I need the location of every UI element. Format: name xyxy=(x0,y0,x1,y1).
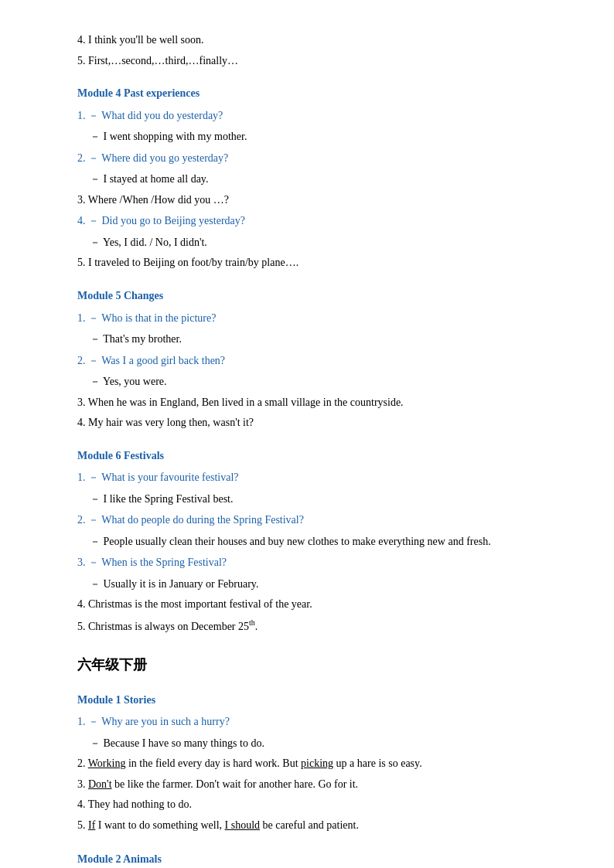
m1b-item1-a: － Because I have so many things to do. xyxy=(90,734,552,754)
m5-item2-q: 2. － Was I a good girl back then? xyxy=(77,351,552,371)
chinese-grade-title: 六年级下册 xyxy=(77,653,552,677)
m1b-item4: 4. They had nothing to do. xyxy=(77,795,552,815)
m4-item4-a: － Yes, I did. / No, I didn't. xyxy=(90,233,552,253)
m6-item3-q: 3. － When is the Spring Festival? xyxy=(77,553,552,573)
module1b-title: Module 1 Stories xyxy=(77,691,552,710)
m5-item4: 4. My hair was very long then, wasn't it… xyxy=(77,414,552,433)
m6-item1-q: 1. － What is your favourite festival? xyxy=(77,468,552,488)
line-4: 4. I think you'll be well soon. xyxy=(77,31,552,50)
main-content: 4. I think you'll be well soon. 5. First… xyxy=(77,31,552,868)
m4-item4-q: 4. － Did you go to Beijing yesterday? xyxy=(77,211,552,231)
module5-title: Module 5 Changes xyxy=(77,287,552,305)
m5-item1-q: 1. － Who is that in the picture? xyxy=(77,308,552,328)
m1b-item3: 3. Don't be like the farmer. Don't wait … xyxy=(77,775,552,795)
m6-item1-a: － I like the Spring Festival best. xyxy=(90,489,552,509)
m1b-item2: 2. Working in the field every day is har… xyxy=(77,754,552,774)
module6-title: Module 6 Festivals xyxy=(77,447,552,465)
m5-item3: 3. When he was in England, Ben lived in … xyxy=(77,393,552,413)
m5-item1-a: － That's my brother. xyxy=(90,329,552,349)
m4-item2-q: 2. － Where did you go yesterday? xyxy=(77,148,552,168)
module2b-title: Module 2 Animals xyxy=(77,850,552,868)
module4-title: Module 4 Past experiences xyxy=(77,84,552,103)
m6-item3-a: － Usually it is in January or February. xyxy=(90,574,552,594)
m1b-item5: 5. If I want to do something well, I sho… xyxy=(77,816,552,836)
m6-item2-q: 2. － What do people do during the Spring… xyxy=(77,510,552,530)
m4-item1-a: － I went shopping with my mother. xyxy=(90,127,552,147)
m4-item5: 5. I traveled to Beijing on foot/by trai… xyxy=(77,254,552,273)
m6-item4: 4. Christmas is the most important festi… xyxy=(77,595,552,614)
m4-item1-q: 1. － What did you do yesterday? xyxy=(77,106,552,126)
m6-item2-a: － People usually clean their houses and … xyxy=(90,532,552,552)
m4-item3: 3. Where /When /How did you …? xyxy=(77,191,552,210)
m1b-item1-q: 1. － Why are you in such a hurry? xyxy=(77,712,552,732)
m4-item2-a: － I stayed at home all day. xyxy=(90,169,552,189)
line-5: 5. First,…second,…third,…finally… xyxy=(77,52,552,71)
m6-item5: 5. Christmas is always on December 25th. xyxy=(77,616,552,636)
m5-item2-a: － Yes, you were. xyxy=(90,372,552,392)
